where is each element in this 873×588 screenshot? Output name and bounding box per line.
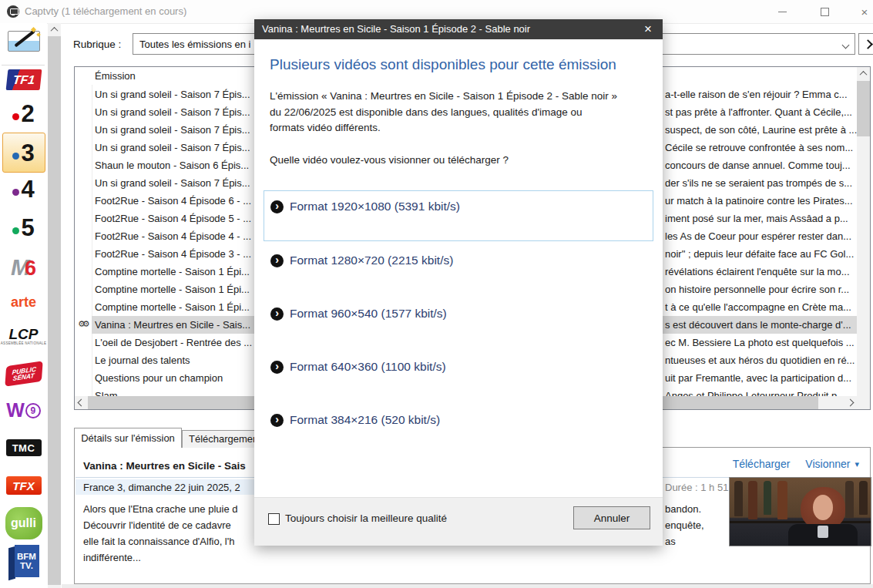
emission-title: Comptine mortelle - Saison 1 Épi... bbox=[95, 284, 250, 295]
emission-description: les As de Coeur pour espérer rester dan.… bbox=[665, 230, 851, 242]
france4-dot-icon bbox=[12, 189, 19, 196]
sidebar-item-tfx[interactable]: TFX bbox=[0, 476, 47, 495]
sidebar-item-arte[interactable]: arte bbox=[0, 294, 47, 311]
captvty-window: Captvty (1 téléchargement en cours) × TF… bbox=[0, 0, 873, 588]
emission-description: révélations éclairent l'enquête sur la m… bbox=[665, 266, 850, 277]
format-option-640x360[interactable]: › Format 640×360 (1100 kbit/s) bbox=[270, 358, 446, 376]
france2-dot-icon bbox=[12, 113, 19, 120]
m6-logo: M6 bbox=[11, 254, 36, 281]
description-line: Alors que l'Etna crache une pluie d bbox=[83, 503, 238, 515]
emission-title: Un si grand soleil - Saison 7 Épis... bbox=[95, 177, 250, 189]
watch-link[interactable]: Visionner bbox=[805, 458, 850, 470]
sidebar-item-tmc[interactable]: TMC bbox=[0, 439, 47, 456]
dialog-titlebar: Vanina : Meurtres en Sicile - Saison 1 É… bbox=[254, 19, 663, 39]
emission-description: Cécile se retrouve confrontée à ses nom.… bbox=[665, 142, 853, 153]
emission-title: Foot2Rue - Saison 4 Épisode 4 - ... bbox=[95, 230, 251, 242]
download-link[interactable]: Télécharger bbox=[733, 458, 791, 470]
scroll-right-icon[interactable] bbox=[844, 396, 857, 409]
france2-logo: 2 bbox=[12, 102, 34, 126]
emission-thumbnail bbox=[729, 477, 871, 546]
emission-description: ur match à la patinoire contre les Pirat… bbox=[665, 195, 853, 207]
format-arrow-icon: › bbox=[270, 254, 284, 267]
caret-down-icon[interactable]: ▾ bbox=[855, 459, 859, 469]
sidebar-item-public-senat[interactable]: PUBLICSÉNAT bbox=[0, 364, 47, 384]
magic-wand-icon bbox=[6, 28, 42, 52]
emission-description: der s'ils ne se seraient pas trompés de … bbox=[665, 177, 852, 189]
wand-tool-button[interactable] bbox=[0, 28, 47, 52]
lcp-logo: LCP ASSEMBLÉE NATIONALE bbox=[1, 327, 46, 346]
app-icon bbox=[7, 5, 19, 18]
scroll-left-icon[interactable] bbox=[75, 396, 88, 409]
sidebar-divider bbox=[2, 65, 45, 66]
emission-column-header[interactable]: Émission bbox=[95, 70, 136, 82]
emission-title: Un si grand soleil - Saison 7 Épis... bbox=[95, 106, 250, 118]
format-option-960x540[interactable]: › Format 960×540 (1577 kbit/s) bbox=[270, 304, 447, 323]
sidebar-item-m6[interactable]: M6 bbox=[0, 254, 47, 281]
list-vscrollbar-thumb[interactable] bbox=[857, 81, 870, 136]
channel-sidebar: TF1 2 3 4 5 bbox=[0, 23, 47, 588]
france5-dot-icon bbox=[12, 227, 19, 234]
public-senat-logo: PUBLICSÉNAT bbox=[5, 361, 42, 386]
sidebar-item-france5[interactable]: 5 bbox=[0, 216, 47, 240]
emission-description: on histoire personnelle pour écrire son … bbox=[665, 284, 849, 295]
sidebar-item-gulli[interactable]: gulli bbox=[0, 507, 47, 539]
emission-title: L'oeil de Desjobert - Rentrée des ... bbox=[95, 337, 252, 348]
chevron-down-icon bbox=[842, 42, 850, 49]
dialog-body-line: du 22/06/2025 est disponible dans des la… bbox=[270, 106, 583, 118]
sidebar-scrollbar-thumb[interactable] bbox=[48, 36, 61, 585]
window-title: Captvty (1 téléchargement en cours) bbox=[25, 5, 186, 17]
minimize-button[interactable] bbox=[765, 0, 799, 23]
best-quality-checkbox[interactable] bbox=[268, 513, 280, 525]
maximize-button[interactable] bbox=[808, 0, 841, 23]
emission-title: Foot2Rue - Saison 4 Épisode 3 - ... bbox=[95, 248, 251, 260]
dialog-close-button[interactable]: × bbox=[638, 21, 658, 38]
sidebar-item-france4[interactable]: 4 bbox=[0, 177, 47, 201]
minimize-icon bbox=[778, 12, 787, 12]
close-button[interactable]: × bbox=[848, 0, 873, 23]
window-bottom-strip bbox=[62, 584, 873, 588]
format-option-1920x1080[interactable]: › Format 1920×1080 (5391 kbit/s) bbox=[270, 197, 460, 216]
emission-title: Le journal des talents bbox=[95, 354, 190, 366]
emission-title: Slam bbox=[95, 390, 118, 396]
sidebar-scrollbar[interactable] bbox=[48, 23, 61, 588]
emission-description: Anges et Philippe Letourneur Produit p..… bbox=[665, 390, 845, 396]
sidebar-item-tf1[interactable]: TF1 bbox=[0, 69, 47, 90]
emission-description: st pas prête à l'affronter. Quant à Céci… bbox=[665, 106, 852, 118]
sidebar-item-france2[interactable]: 2 bbox=[0, 102, 47, 126]
dialog-question: Quelle vidéo voulez-vous visionner ou té… bbox=[270, 154, 509, 166]
sidebar-item-france3[interactable]: 3 bbox=[0, 133, 47, 173]
cancel-button[interactable]: Annuler bbox=[573, 506, 650, 529]
tmc-logo: TMC bbox=[6, 439, 42, 456]
emission-title: Questions pour un champion bbox=[95, 372, 223, 384]
emission-title: Foot2Rue - Saison 4 Épisode 6 - ... bbox=[95, 195, 251, 207]
format-option-384x216[interactable]: › Format 384×216 (520 kbit/s) bbox=[270, 411, 440, 429]
sidebar-item-bfmtv[interactable]: BFMTV. bbox=[0, 544, 47, 578]
scrollbar-corner bbox=[857, 396, 870, 409]
france4-logo: 4 bbox=[12, 177, 34, 201]
rubrique-selected-value: Toutes les émissions en i bbox=[139, 39, 251, 50]
close-icon: × bbox=[861, 6, 868, 18]
emission-description: uit par Fremantle, avec la participation… bbox=[665, 372, 851, 384]
channel-forward-button[interactable] bbox=[858, 33, 873, 55]
tab-details-emission[interactable]: Détails sur l'émission bbox=[74, 428, 182, 448]
list-vertical-scrollbar[interactable] bbox=[857, 67, 870, 409]
scroll-up-icon[interactable] bbox=[857, 67, 870, 80]
france3-logo: 3 bbox=[12, 141, 34, 165]
france5-logo: 5 bbox=[12, 216, 34, 240]
rubrique-label: Rubrique : bbox=[73, 39, 121, 50]
dialog-heading: Plusieurs vidéos sont disponibles pour c… bbox=[270, 56, 616, 73]
bfmtv-logo: BFMTV. bbox=[8, 544, 39, 578]
close-icon: × bbox=[644, 22, 652, 37]
scroll-up-icon[interactable] bbox=[48, 23, 61, 36]
description-fragment: bandon. bbox=[665, 503, 701, 515]
format-arrow-icon: › bbox=[270, 414, 284, 427]
emission-description: t à ce qu'elle l'accompagne en Crète ma.… bbox=[665, 301, 851, 313]
dialog-body-line: L'émission « Vanina : Meurtres en Sicile… bbox=[270, 90, 617, 102]
format-option-1280x720[interactable]: › Format 1280×720 (2215 kbit/s) bbox=[270, 251, 453, 270]
sidebar-item-lcp[interactable]: LCP ASSEMBLÉE NATIONALE bbox=[0, 327, 47, 346]
sidebar-item-w9[interactable]: W 9 bbox=[0, 399, 47, 422]
emission-title: Un si grand soleil - Saison 7 Épis... bbox=[95, 124, 250, 136]
arrow-right-icon bbox=[863, 39, 873, 49]
gear-icon: ⚙⚙ bbox=[78, 319, 87, 329]
gulli-logo: gulli bbox=[5, 507, 42, 539]
